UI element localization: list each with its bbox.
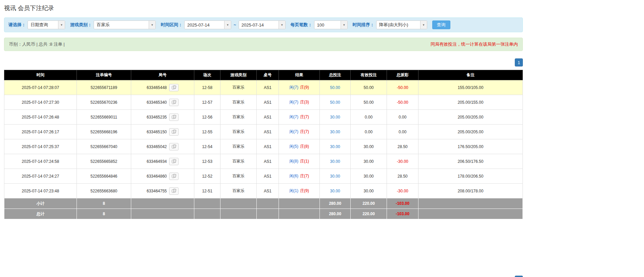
valid-bet-cell: 50.00 [351,80,387,95]
header-total-bet: 总投注 [320,70,351,80]
page-button-1[interactable]: 1 [515,58,523,66]
table-no-cell: AS1 [257,154,279,169]
total-bet-cell[interactable]: 30.00 [320,125,351,139]
bet-id-cell: 522655671189 [77,80,131,95]
chevron-down-icon[interactable]: ▼ [224,21,231,29]
total-bet-cell[interactable]: 30.00 [320,110,351,125]
chevron-down-icon[interactable]: ▼ [279,21,285,29]
header-remark: 备注 [418,70,523,80]
page-button-1[interactable]: 1 [515,276,523,277]
time-sort-select[interactable]: 降幂(由大到小) ▼ [376,20,427,29]
game-type-cell: 百家乐 [220,154,257,169]
payout-cell: -50.00 [387,80,418,95]
result-cell: 闲(7)庄(3) [279,95,320,110]
result-player: 闲(1) [289,188,298,193]
total-bet-cell[interactable]: 30.00 [320,154,351,169]
total-bet-cell[interactable]: 30.00 [320,184,351,198]
chevron-down-icon[interactable]: ▼ [149,21,155,29]
total-bet-cell[interactable]: 50.00 [320,80,351,95]
time-cell: 2025-07-14 07:26:48 [4,110,77,125]
result-cell: 闲(8)庄(1) [279,154,320,169]
cards-icon [171,189,177,193]
view-cards-button[interactable] [169,187,179,195]
round-id: 633464755 [147,189,167,193]
remark-cell: 206.50/176.50 [418,154,523,169]
chevron-down-icon[interactable]: ▼ [420,21,427,29]
total-bet-cell[interactable]: 50.00 [320,95,351,110]
search-button[interactable]: 查询 [432,20,450,29]
payout-cell: 0.00 [387,110,418,125]
total-bet-cell[interactable]: 30.00 [320,169,351,184]
round-id: 633464934 [147,159,167,164]
pagination-bottom: 1 [4,276,523,277]
page-size-select[interactable]: 100 ▼ [314,20,348,29]
game-type-select[interactable]: 百家乐 ▼ [94,20,156,29]
game-type-cell: 百家乐 [220,169,257,184]
game-type-value: 百家乐 [94,21,149,29]
bet-id-cell: 522655668196 [77,125,131,139]
pagination-top: 1 [4,58,523,66]
round-cell: 633464755 [131,184,194,198]
payout-cell: -30.00 [387,184,418,198]
valid-bet-cell: 30.00 [351,184,387,198]
table-body: 2025-07-14 07:28:07 522655671189 6334654… [4,80,523,198]
header-session: 场次 [194,70,220,80]
query-type-value: 日期查询 [28,21,58,29]
total-count: 8 [77,209,131,219]
session-cell: 12-55 [194,125,220,139]
total-row: 总计 8 280.00 220.00 -103.00 [4,209,523,219]
total-total-bet: 280.00 [320,209,351,219]
chevron-down-icon[interactable]: ▼ [58,21,65,29]
table-no-cell: AS1 [257,110,279,125]
view-cards-button[interactable] [169,84,179,91]
header-game-type: 游戏类别 [220,70,257,80]
result-banker: 庄(1) [300,159,309,164]
view-cards-button[interactable] [169,128,179,136]
table-row: 2025-07-14 07:28:07 522655671189 6334654… [4,80,523,95]
header-valid-bet: 有效投注 [351,70,387,80]
result-banker: 庄(7) [300,129,309,134]
bet-id-cell: 522655670236 [77,95,131,110]
payout-cell: -50.00 [387,95,418,110]
table-row: 2025-07-14 07:24:27 522655664846 6334648… [4,169,523,184]
remark-cell: 155.00/105.00 [418,80,523,95]
subtotal-count: 8 [77,198,131,209]
remark-cell: 178.00/206.50 [418,169,523,184]
summary-bar: 币别：人民币 | 总共 :8 注单 | 同局有效投注，统一计算在该局第一张注单内 [4,38,523,51]
query-type-label: 请选择： [8,22,26,28]
chevron-down-icon[interactable]: ▼ [341,21,347,29]
summary-currency-count: 币别：人民币 | 总共 :8 注单 | [9,41,65,47]
subtotal-label: 小计 [4,198,77,209]
view-cards-button[interactable] [169,158,179,165]
table-row: 2025-07-14 07:23:48 522655663680 6334647… [4,184,523,198]
result-banker: 庄(7) [300,114,309,119]
round-cell: 633465340 [131,95,194,110]
view-cards-button[interactable] [169,173,179,180]
session-cell: 12-51 [194,184,220,198]
view-cards-button[interactable] [169,99,179,106]
round-cell: 633465448 [131,80,194,95]
total-bet-cell[interactable]: 30.00 [320,139,351,154]
remark-cell: 205.00/205.00 [418,125,523,139]
result-player: 闲(8) [289,159,298,164]
subtotal-row: 小计 8 280.00 220.00 -103.00 [4,198,523,209]
result-banker: 庄(9) [300,85,309,90]
date-from-value: 2025-07-14 [185,21,224,29]
remark-cell: 205.00/155.00 [418,95,523,110]
date-to-select[interactable]: 2025-07-14 ▼ [239,20,286,29]
date-from-select[interactable]: 2025-07-14 ▼ [184,20,231,29]
bet-id-cell: 522655667040 [77,139,131,154]
query-type-select[interactable]: 日期查询 ▼ [28,20,65,29]
footer-payout-cell: -103.00 [387,209,418,219]
session-cell: 12-52 [194,169,220,184]
remark-cell: 176.50/205.00 [418,139,523,154]
cards-icon [171,85,177,90]
remark-cell: 208.00/178.00 [418,184,523,198]
table-no-cell: AS1 [257,80,279,95]
result-player: 闲(5) [289,144,298,149]
table-row: 2025-07-14 07:24:58 522655665852 6334649… [4,154,523,169]
table-no-cell: AS1 [257,184,279,198]
cards-icon [171,174,177,178]
view-cards-button[interactable] [169,113,179,121]
view-cards-button[interactable] [169,143,179,150]
